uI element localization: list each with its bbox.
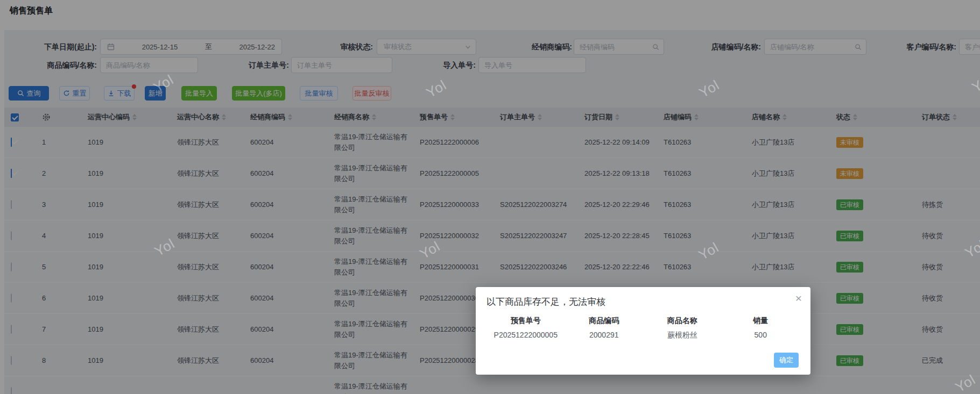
dialog-column-header: 预售单号 (487, 316, 565, 326)
dialog-cell: 500 (722, 331, 800, 340)
insufficient-stock-dialog: 以下商品库存不足，无法审核 × 预售单号商品编码商品名称销量P202512220… (476, 287, 810, 375)
screen: 销售预售单 下单日期(起止):2025-12-15至2025-12-22审核状态… (0, 0, 980, 394)
dialog-cell: P20251222000005 (487, 331, 565, 340)
dialog-column-header: 商品名称 (643, 316, 722, 326)
dialog-cell: 蕨根粉丝 (643, 331, 722, 340)
dialog-table: 预售单号商品编码商品名称销量P202512220000052000291蕨根粉丝… (487, 316, 800, 340)
dialog-column-header: 商品编码 (565, 316, 644, 326)
close-icon[interactable]: × (795, 292, 802, 304)
dialog-title: 以下商品库存不足，无法审核 (487, 296, 605, 308)
dialog-cell: 2000291 (565, 331, 644, 340)
confirm-button[interactable]: 确定 (774, 353, 799, 368)
dialog-column-header: 销量 (722, 316, 800, 326)
